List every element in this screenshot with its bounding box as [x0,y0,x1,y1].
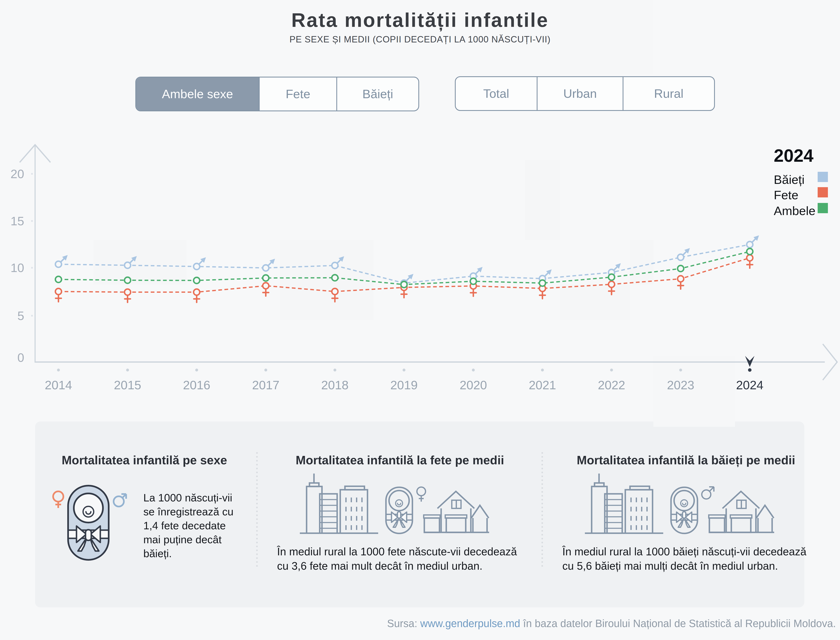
svg-text:Băieți: Băieți [774,173,805,187]
svg-text:2024: 2024 [774,146,814,165]
svg-text:Ambele: Ambele [774,204,815,218]
svg-text:Fete: Fete [774,188,798,202]
svg-text:2016: 2016 [183,378,210,392]
svg-text:2015: 2015 [114,378,141,392]
svg-text:2022: 2022 [598,378,625,392]
svg-text:2021: 2021 [529,378,556,392]
svg-text:0: 0 [18,351,24,365]
svg-text:2020: 2020 [460,378,487,392]
svg-text:2014: 2014 [45,378,72,392]
svg-text:2023: 2023 [667,378,694,392]
svg-text:2017: 2017 [252,378,279,392]
svg-text:10: 10 [10,261,24,275]
svg-text:2018: 2018 [321,378,348,392]
svg-text:15: 15 [10,214,24,228]
svg-text:5: 5 [18,309,24,323]
svg-text:2024: 2024 [736,378,763,392]
svg-text:2019: 2019 [390,378,418,392]
svg-text:20: 20 [10,167,24,181]
